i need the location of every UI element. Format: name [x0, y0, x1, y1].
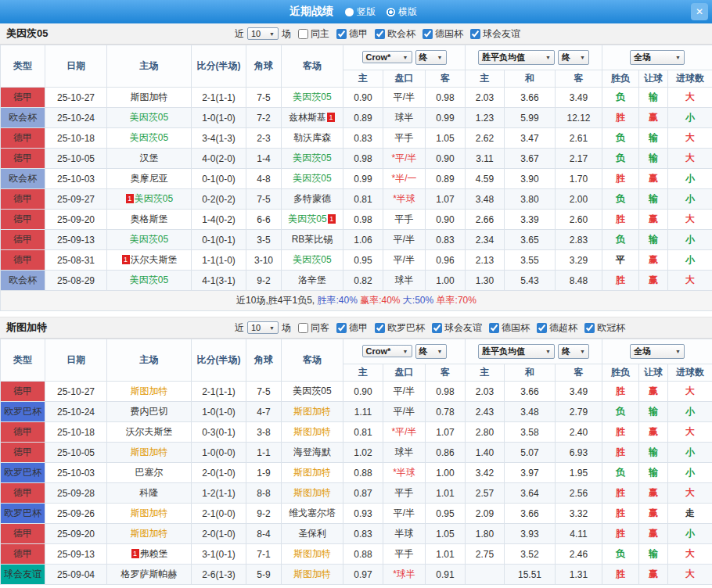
team-link[interactable]: 汉堡 — [140, 152, 159, 163]
handicap-line: 球半 — [383, 271, 426, 291]
filter-checkbox[interactable]: 德国杯 — [423, 27, 463, 41]
checkbox-input[interactable] — [470, 29, 480, 39]
avg-final-select[interactable]: 终▼ — [558, 344, 589, 359]
checkbox-input[interactable] — [489, 323, 499, 333]
team-link[interactable]: 美因茨05 — [293, 152, 331, 163]
avg-select[interactable]: 胜平负均值▼ — [478, 50, 555, 65]
team-link[interactable]: 美因茨05 — [293, 254, 331, 265]
checkbox-input[interactable] — [375, 323, 385, 333]
team-link[interactable]: 美因茨05 — [130, 234, 168, 245]
checkbox-input[interactable] — [432, 323, 442, 333]
away-team-cell: 斯图加特 — [282, 463, 343, 483]
filter-checkbox[interactable]: 球会友谊 — [432, 321, 482, 335]
goals-result-badge: 小 — [668, 463, 712, 483]
team-link[interactable]: 斯图加特 — [293, 548, 331, 559]
avg-home-odds: 2.62 — [466, 128, 505, 149]
team-link[interactable]: 奥格斯堡 — [131, 213, 168, 224]
subcolumn-header: 客 — [556, 70, 602, 88]
filter-checkbox[interactable]: 欧会杯 — [375, 27, 415, 41]
checkbox-input[interactable] — [298, 29, 308, 39]
team-link[interactable]: 沃尔夫斯堡 — [131, 254, 178, 265]
filter-checkbox[interactable]: 球会友谊 — [470, 27, 520, 41]
team-link[interactable]: 美因茨05 — [130, 274, 168, 285]
checkbox-label: 欧冠杯 — [597, 321, 625, 335]
corners: 9-2 — [246, 504, 282, 524]
match-count-select[interactable]: 10▼ — [247, 27, 279, 40]
checkbox-input[interactable] — [584, 323, 595, 333]
team-link[interactable]: 勒沃库森 — [293, 132, 331, 143]
team-link[interactable]: 奥摩尼亚 — [131, 173, 168, 184]
layout-option-2[interactable]: 横版 — [387, 5, 417, 19]
filter-checkbox[interactable]: 德甲 — [336, 321, 368, 335]
handicap-result-badge: 输 — [639, 149, 668, 169]
team-link[interactable]: 斯图加特 — [131, 91, 168, 102]
checkbox-input[interactable] — [375, 29, 385, 39]
team-link[interactable]: 巴塞尔 — [135, 467, 164, 478]
team-link[interactable]: 斯图加特 — [131, 446, 168, 457]
odds-company-select[interactable]: Crow*▼ — [362, 51, 412, 63]
team-link[interactable]: 维戈塞尔塔 — [289, 507, 336, 518]
checkbox-input[interactable] — [298, 323, 308, 333]
team-link[interactable]: 斯图加特 — [131, 507, 168, 518]
layout-option-1[interactable]: 竖版 — [345, 5, 376, 19]
team-link[interactable]: 斯图加特 — [293, 568, 331, 579]
match-score: 3-1(0-1) — [192, 544, 246, 565]
filter-checkbox[interactable]: 德甲 — [336, 27, 368, 41]
column-header: 类型 — [1, 339, 45, 382]
filter-checkbox[interactable]: 同客 — [298, 321, 329, 335]
odds-final-select[interactable]: 终▼ — [415, 50, 447, 65]
checkbox-input[interactable] — [336, 29, 347, 39]
match-count-select[interactable]: 10▼ — [247, 321, 279, 334]
team-link[interactable]: 美因茨05 — [130, 112, 168, 123]
team-link[interactable]: 美因茨05 — [293, 91, 331, 102]
scope-select[interactable]: 全场▼ — [630, 344, 685, 359]
away-odds: 1.00 — [426, 463, 466, 483]
filter-checkbox[interactable]: 德超杯 — [537, 321, 577, 335]
close-button[interactable]: ✕ — [691, 3, 708, 20]
checkbox-input[interactable] — [423, 29, 433, 39]
team-link[interactable]: 格罗萨斯帕赫 — [121, 568, 178, 579]
scope-select[interactable]: 全场▼ — [630, 50, 685, 65]
team-link[interactable]: 沃尔夫斯堡 — [126, 426, 173, 437]
team-link[interactable]: 斯图加特 — [293, 487, 331, 498]
team-link[interactable]: 科隆 — [140, 487, 159, 498]
avg-home-odds: 2.09 — [466, 504, 505, 524]
filter-checkbox[interactable]: 同主 — [298, 27, 329, 41]
team-link[interactable]: 美因茨05 — [288, 213, 326, 224]
filter-checkbox[interactable]: 欧罗巴杯 — [375, 321, 425, 335]
avg-away-odds: 2.60 — [556, 210, 602, 230]
team-link[interactable]: 圣保利 — [298, 528, 326, 539]
team-link[interactable]: 美因茨05 — [293, 173, 331, 184]
team-link[interactable]: 兹林斯基 — [289, 112, 326, 123]
team-link[interactable]: 多特蒙德 — [293, 193, 331, 204]
filter-checkbox[interactable]: 德国杯 — [489, 321, 530, 335]
avg-draw-odds: 3.47 — [505, 128, 556, 149]
team-link[interactable]: 美因茨05 — [135, 193, 173, 204]
team-link[interactable]: 斯图加特 — [293, 467, 331, 478]
team-link[interactable]: 美因茨05 — [293, 385, 331, 396]
team-link[interactable]: 斯图加特 — [131, 385, 168, 396]
team-link[interactable]: 斯图加特 — [293, 406, 331, 417]
team-link[interactable]: 斯图加特 — [293, 426, 331, 437]
avg-away-odds: 3.49 — [556, 88, 602, 108]
team-link[interactable]: 海登海默 — [293, 446, 331, 457]
goals-result-badge: 大 — [668, 483, 712, 504]
checkbox-input[interactable] — [537, 323, 547, 333]
team-link[interactable]: 洛辛堡 — [298, 274, 326, 285]
handicap-result-badge: 输 — [639, 463, 668, 483]
odds-company-select[interactable]: Crow*▼ — [362, 345, 412, 357]
team-link[interactable]: RB莱比锡 — [292, 234, 333, 245]
team-link[interactable]: 斯图加特 — [131, 528, 168, 539]
avg-select[interactable]: 胜平负均值▼ — [478, 344, 555, 359]
team-link[interactable]: 费内巴切 — [131, 406, 168, 417]
odds-final-select[interactable]: 终▼ — [415, 344, 447, 359]
avg-final-select[interactable]: 终▼ — [558, 50, 589, 65]
home-odds: 0.83 — [343, 524, 383, 544]
select-value: 终 — [419, 346, 428, 357]
team-link[interactable]: 弗赖堡 — [140, 548, 168, 559]
away-team-cell: 洛辛堡 — [282, 271, 343, 291]
checkbox-input[interactable] — [336, 323, 347, 333]
team-link[interactable]: 美因茨05 — [130, 132, 168, 143]
filter-checkbox[interactable]: 欧冠杯 — [584, 321, 625, 335]
away-odds: 0.96 — [426, 250, 466, 271]
